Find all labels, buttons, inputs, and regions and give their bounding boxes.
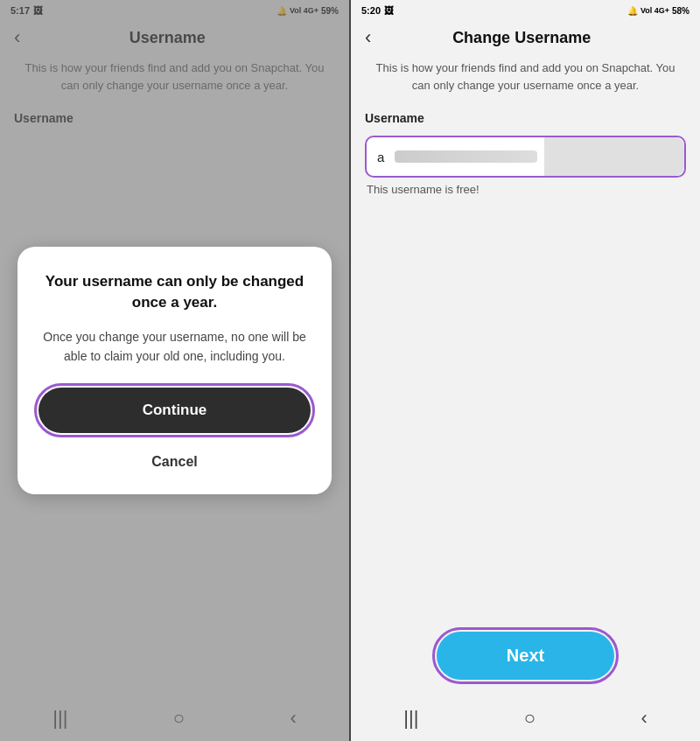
username-blurred-value: [395, 150, 537, 163]
right-nav-home-icon[interactable]: ○: [524, 707, 536, 730]
left-phone-screen: 5:17 🖼 🔔 Vol 4G+ 59% ‹ Username This is …: [0, 0, 351, 741]
right-nav-header: ‹ Change Username: [351, 19, 700, 56]
right-status-time: 5:20 🖼: [361, 5, 394, 16]
right-nav-menu-icon[interactable]: |||: [403, 707, 418, 730]
modal-overlay: Your username can only be changed once a…: [0, 0, 349, 741]
username-input-row[interactable]: a: [365, 136, 686, 178]
right-section-label: Username: [351, 104, 700, 130]
right-subtitle: This is how your friends find and add yo…: [351, 56, 700, 104]
cancel-button[interactable]: Cancel: [38, 447, 311, 477]
right-bottom-nav: ||| ○ ‹: [351, 696, 700, 741]
modal-card: Your username can only be changed once a…: [18, 247, 332, 493]
right-nav-back-icon[interactable]: ‹: [640, 707, 647, 730]
next-button-container: Next: [351, 632, 700, 680]
modal-title: Your username can only be changed once a…: [38, 271, 311, 313]
right-page-title: Change Username: [357, 29, 686, 47]
next-button[interactable]: Next: [437, 632, 614, 680]
right-status-bar: 5:20 🖼 🔔 Vol 4G+ 58%: [351, 0, 700, 19]
username-input-bg: [544, 137, 684, 176]
username-input-container: a: [351, 130, 700, 178]
username-prefix: a: [367, 139, 388, 175]
right-status-icons: 🔔 Vol 4G+ 58%: [627, 6, 690, 16]
modal-body: Once you change your username, no one wi…: [38, 327, 311, 367]
username-availability-text: This username is free!: [351, 178, 700, 201]
right-phone-screen: 5:20 🖼 🔔 Vol 4G+ 58% ‹ Change Username T…: [351, 0, 700, 741]
continue-button[interactable]: Continue: [38, 388, 311, 433]
